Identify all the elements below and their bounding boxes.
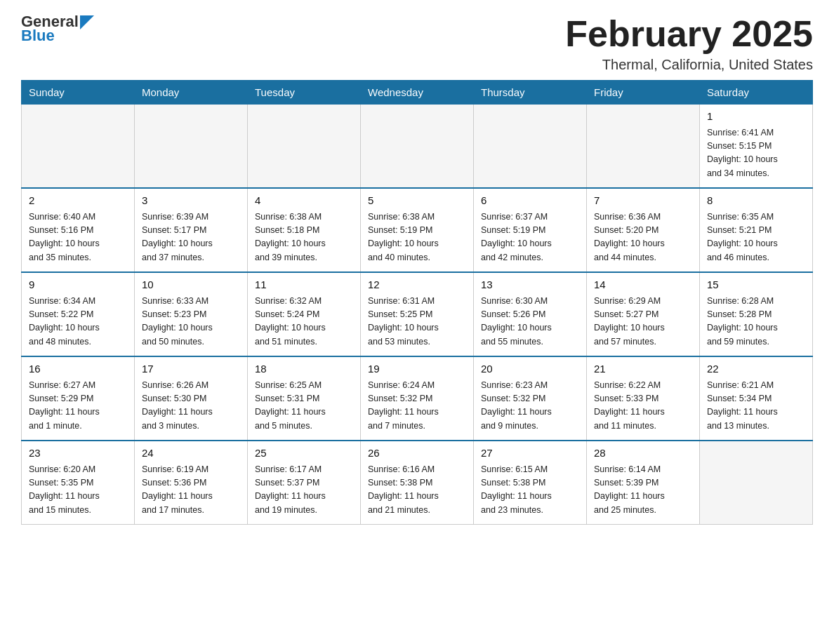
day-number: 5 <box>368 193 466 209</box>
calendar-day-cell <box>248 105 361 189</box>
calendar-day-cell: 14Sunrise: 6:29 AM Sunset: 5:27 PM Dayli… <box>587 272 700 356</box>
calendar-day-cell: 19Sunrise: 6:24 AM Sunset: 5:32 PM Dayli… <box>361 356 474 441</box>
logo: General Blue <box>21 14 94 45</box>
day-info: Sunrise: 6:29 AM Sunset: 5:27 PM Dayligh… <box>594 295 692 349</box>
day-info: Sunrise: 6:20 AM Sunset: 5:35 PM Dayligh… <box>29 463 127 518</box>
day-info: Sunrise: 6:24 AM Sunset: 5:32 PM Dayligh… <box>368 379 466 434</box>
day-number: 17 <box>142 361 240 377</box>
day-info: Sunrise: 6:27 AM Sunset: 5:29 PM Dayligh… <box>29 379 127 434</box>
calendar-week-row: 2Sunrise: 6:40 AM Sunset: 5:16 PM Daylig… <box>22 188 813 272</box>
day-info: Sunrise: 6:36 AM Sunset: 5:20 PM Dayligh… <box>594 210 692 265</box>
calendar-header-saturday: Saturday <box>700 81 813 105</box>
calendar-day-cell: 1Sunrise: 6:41 AM Sunset: 5:15 PM Daylig… <box>700 105 813 189</box>
logo-triangle-icon <box>80 15 94 29</box>
calendar-day-cell: 23Sunrise: 6:20 AM Sunset: 5:35 PM Dayli… <box>22 441 135 525</box>
day-number: 25 <box>255 445 353 462</box>
month-title: February 2025 <box>565 14 813 54</box>
calendar-day-cell: 26Sunrise: 6:16 AM Sunset: 5:38 PM Dayli… <box>361 441 474 525</box>
day-info: Sunrise: 6:26 AM Sunset: 5:30 PM Dayligh… <box>142 379 240 434</box>
calendar-day-cell <box>22 105 135 189</box>
calendar-week-row: 1Sunrise: 6:41 AM Sunset: 5:15 PM Daylig… <box>22 105 813 189</box>
day-info: Sunrise: 6:38 AM Sunset: 5:18 PM Dayligh… <box>255 210 353 265</box>
day-number: 23 <box>29 445 127 462</box>
day-number: 19 <box>368 361 466 377</box>
calendar-day-cell: 22Sunrise: 6:21 AM Sunset: 5:34 PM Dayli… <box>700 356 813 441</box>
day-info: Sunrise: 6:41 AM Sunset: 5:15 PM Dayligh… <box>707 126 805 181</box>
day-number: 24 <box>142 445 240 462</box>
calendar-day-cell: 2Sunrise: 6:40 AM Sunset: 5:16 PM Daylig… <box>22 188 135 272</box>
day-info: Sunrise: 6:22 AM Sunset: 5:33 PM Dayligh… <box>594 379 692 434</box>
calendar-day-cell: 4Sunrise: 6:38 AM Sunset: 5:18 PM Daylig… <box>248 188 361 272</box>
day-number: 21 <box>594 361 692 377</box>
calendar-week-row: 9Sunrise: 6:34 AM Sunset: 5:22 PM Daylig… <box>22 272 813 356</box>
day-number: 8 <box>707 193 805 209</box>
calendar-day-cell: 6Sunrise: 6:37 AM Sunset: 5:19 PM Daylig… <box>474 188 587 272</box>
calendar-day-cell <box>474 105 587 189</box>
calendar-day-cell: 28Sunrise: 6:14 AM Sunset: 5:39 PM Dayli… <box>587 441 700 525</box>
calendar-header-thursday: Thursday <box>474 81 587 105</box>
day-info: Sunrise: 6:38 AM Sunset: 5:19 PM Dayligh… <box>368 210 466 265</box>
calendar-header-tuesday: Tuesday <box>248 81 361 105</box>
calendar-week-row: 16Sunrise: 6:27 AM Sunset: 5:29 PM Dayli… <box>22 356 813 441</box>
day-info: Sunrise: 6:19 AM Sunset: 5:36 PM Dayligh… <box>142 463 240 518</box>
calendar-day-cell: 16Sunrise: 6:27 AM Sunset: 5:29 PM Dayli… <box>22 356 135 441</box>
calendar-day-cell: 9Sunrise: 6:34 AM Sunset: 5:22 PM Daylig… <box>22 272 135 356</box>
day-number: 12 <box>368 277 466 293</box>
day-info: Sunrise: 6:23 AM Sunset: 5:32 PM Dayligh… <box>481 379 579 434</box>
day-number: 11 <box>255 277 353 293</box>
calendar-day-cell: 13Sunrise: 6:30 AM Sunset: 5:26 PM Dayli… <box>474 272 587 356</box>
day-number: 2 <box>29 193 127 209</box>
day-info: Sunrise: 6:15 AM Sunset: 5:38 PM Dayligh… <box>481 463 579 518</box>
day-info: Sunrise: 6:35 AM Sunset: 5:21 PM Dayligh… <box>707 210 805 265</box>
day-number: 15 <box>707 277 805 293</box>
calendar-day-cell: 20Sunrise: 6:23 AM Sunset: 5:32 PM Dayli… <box>474 356 587 441</box>
day-number: 27 <box>481 445 579 462</box>
day-number: 7 <box>594 193 692 209</box>
calendar-day-cell: 8Sunrise: 6:35 AM Sunset: 5:21 PM Daylig… <box>700 188 813 272</box>
calendar-table: SundayMondayTuesdayWednesdayThursdayFrid… <box>21 80 813 525</box>
calendar-day-cell <box>587 105 700 189</box>
calendar-week-row: 23Sunrise: 6:20 AM Sunset: 5:35 PM Dayli… <box>22 441 813 525</box>
day-info: Sunrise: 6:39 AM Sunset: 5:17 PM Dayligh… <box>142 210 240 265</box>
day-number: 20 <box>481 361 579 377</box>
day-info: Sunrise: 6:28 AM Sunset: 5:28 PM Dayligh… <box>707 295 805 349</box>
day-info: Sunrise: 6:30 AM Sunset: 5:26 PM Dayligh… <box>481 295 579 349</box>
calendar-day-cell <box>700 441 813 525</box>
day-info: Sunrise: 6:31 AM Sunset: 5:25 PM Dayligh… <box>368 295 466 349</box>
calendar-day-cell: 18Sunrise: 6:25 AM Sunset: 5:31 PM Dayli… <box>248 356 361 441</box>
page-header: General Blue February 2025 Thermal, Cali… <box>21 14 813 73</box>
day-number: 10 <box>142 277 240 293</box>
day-number: 28 <box>594 445 692 462</box>
location-title: Thermal, California, United States <box>565 57 813 73</box>
day-info: Sunrise: 6:40 AM Sunset: 5:16 PM Dayligh… <box>29 210 127 265</box>
day-number: 22 <box>707 361 805 377</box>
logo-blue-text: Blue <box>21 27 55 45</box>
calendar-day-cell: 12Sunrise: 6:31 AM Sunset: 5:25 PM Dayli… <box>361 272 474 356</box>
calendar-header-friday: Friday <box>587 81 700 105</box>
day-number: 6 <box>481 193 579 209</box>
day-number: 4 <box>255 193 353 209</box>
day-info: Sunrise: 6:32 AM Sunset: 5:24 PM Dayligh… <box>255 295 353 349</box>
calendar-header-sunday: Sunday <box>22 81 135 105</box>
day-number: 13 <box>481 277 579 293</box>
calendar-header-monday: Monday <box>135 81 248 105</box>
calendar-day-cell: 24Sunrise: 6:19 AM Sunset: 5:36 PM Dayli… <box>135 441 248 525</box>
calendar-day-cell <box>361 105 474 189</box>
calendar-day-cell <box>135 105 248 189</box>
day-info: Sunrise: 6:17 AM Sunset: 5:37 PM Dayligh… <box>255 463 353 518</box>
day-number: 9 <box>29 277 127 293</box>
calendar-day-cell: 10Sunrise: 6:33 AM Sunset: 5:23 PM Dayli… <box>135 272 248 356</box>
calendar-day-cell: 25Sunrise: 6:17 AM Sunset: 5:37 PM Dayli… <box>248 441 361 525</box>
calendar-day-cell: 7Sunrise: 6:36 AM Sunset: 5:20 PM Daylig… <box>587 188 700 272</box>
title-area: February 2025 Thermal, California, Unite… <box>565 14 813 73</box>
calendar-day-cell: 3Sunrise: 6:39 AM Sunset: 5:17 PM Daylig… <box>135 188 248 272</box>
calendar-day-cell: 27Sunrise: 6:15 AM Sunset: 5:38 PM Dayli… <box>474 441 587 525</box>
calendar-day-cell: 15Sunrise: 6:28 AM Sunset: 5:28 PM Dayli… <box>700 272 813 356</box>
day-number: 3 <box>142 193 240 209</box>
calendar-day-cell: 11Sunrise: 6:32 AM Sunset: 5:24 PM Dayli… <box>248 272 361 356</box>
day-info: Sunrise: 6:25 AM Sunset: 5:31 PM Dayligh… <box>255 379 353 434</box>
day-info: Sunrise: 6:33 AM Sunset: 5:23 PM Dayligh… <box>142 295 240 349</box>
day-number: 16 <box>29 361 127 377</box>
day-number: 18 <box>255 361 353 377</box>
day-info: Sunrise: 6:14 AM Sunset: 5:39 PM Dayligh… <box>594 463 692 518</box>
